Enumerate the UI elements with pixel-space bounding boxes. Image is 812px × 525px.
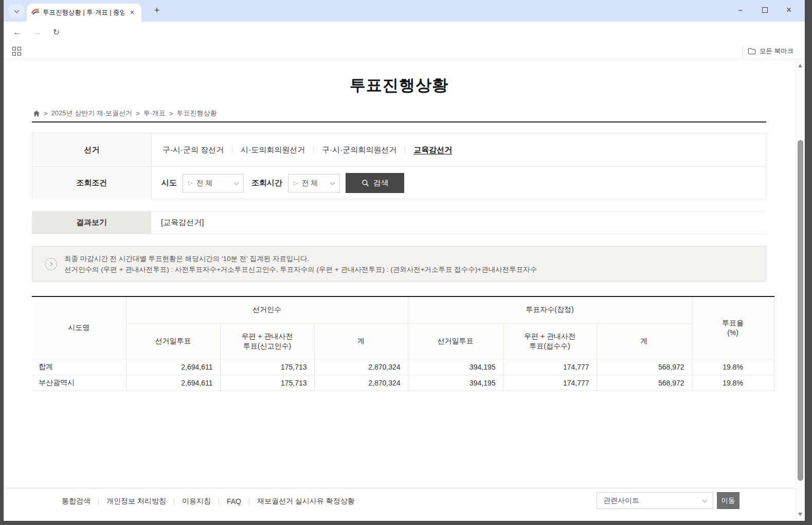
- go-button[interactable]: 이동: [717, 492, 739, 509]
- title-divider: [32, 121, 766, 122]
- apps-grid-icon[interactable]: [12, 47, 21, 56]
- tab-gu-si-gun-mayor[interactable]: 구·시·군의 장선거: [161, 145, 225, 155]
- search-button-label: 검색: [373, 178, 389, 188]
- time-select-value: 전 체: [301, 179, 318, 188]
- footer-link-guideline[interactable]: 이용지침: [182, 497, 211, 506]
- vote-progress-table: 시도명 선거인수 투표자수(잠정) 투표율 (%) 선거일투표 우편 + 관내사…: [32, 296, 774, 391]
- result-row-label: 결과보기: [32, 212, 151, 234]
- election-row-label: 선거: [32, 133, 152, 166]
- col-header-turnout: 투표율 (%): [692, 296, 774, 359]
- sub-header-mail-early-declared: 우편 + 관내사전 투표(신고인수): [220, 323, 314, 359]
- sido-field-label: 시도: [161, 178, 177, 188]
- search-button[interactable]: 검색: [346, 173, 404, 193]
- group-header-voters: 투표자수(잠정): [408, 296, 692, 323]
- option-marker-icon: ▷: [188, 180, 192, 186]
- bookmarks-separator: [743, 46, 743, 56]
- cell-value: 174,777: [503, 359, 597, 375]
- sub-header-electionday2: 선거일투표: [408, 323, 503, 359]
- election-tabs: 구·시·군의 장선거 시·도의회의원선거 구·시·군의회의원선거 교육감선거: [161, 145, 453, 155]
- page-scrollbar[interactable]: [796, 59, 804, 521]
- cell-turnout: 19.8%: [692, 359, 774, 375]
- sub-header-electionday: 선거일투표: [126, 323, 220, 359]
- folder-icon: [748, 47, 756, 55]
- row-name: 부산광역시: [32, 375, 126, 391]
- breadcrumb-sep: >: [169, 110, 173, 117]
- cell-value: 2,694,611: [126, 359, 220, 375]
- breadcrumb: > 2025년 상반기 재·보궐선거 > 투·개표 > 투표진행상황: [33, 109, 217, 118]
- cell-value: 568,972: [597, 375, 692, 391]
- time-field-label: 조회시간: [251, 178, 282, 188]
- sido-select-value: 전 체: [196, 179, 212, 188]
- table-row: 합계 2,694,611 175,713 2,870,324 394,195 1…: [32, 359, 774, 375]
- option-marker-icon: ▷: [294, 180, 298, 186]
- page-content: 투표진행상황 > 2025년 상반기 재·보궐선거 > 투·개표 > 투표진행상…: [4, 59, 796, 521]
- window-minimize-button[interactable]: −: [733, 2, 748, 18]
- back-button[interactable]: ←: [10, 26, 24, 40]
- chevron-down-icon: [702, 497, 708, 502]
- chevron-down-icon: [234, 180, 239, 185]
- footer-link-search[interactable]: 통합검색: [62, 497, 91, 506]
- cell-value: 2,694,611: [126, 375, 220, 391]
- row-name: 합계: [32, 359, 126, 375]
- tab-gu-si-gun-council[interactable]: 구·시·군의회의원선거: [321, 145, 398, 155]
- search-icon: [362, 179, 369, 187]
- result-row-value: [교육감선거]: [151, 212, 766, 234]
- tab-superintendent[interactable]: 교육감선거: [412, 145, 453, 155]
- cell-value: 394,195: [408, 375, 503, 391]
- cell-value: 2,870,324: [314, 359, 408, 375]
- tab-search-button[interactable]: [9, 4, 24, 18]
- footer-links: 통합검색 개인정보 처리방침 이용지침 FAQ 재보궐선거 실시사유 확정상황: [62, 493, 355, 510]
- footer-link-byelection-status[interactable]: 재보궐선거 실시사유 확정상황: [257, 497, 355, 506]
- footer-link-privacy[interactable]: 개인정보 처리방침: [106, 497, 166, 506]
- breadcrumb-sep: >: [44, 110, 48, 117]
- forward-button[interactable]: →: [30, 26, 44, 40]
- reload-button[interactable]: ↻: [49, 26, 63, 40]
- window-close-button[interactable]: ×: [781, 2, 797, 18]
- sub-header-total2: 계: [597, 323, 692, 359]
- chevron-down-icon: [14, 8, 19, 13]
- bookmarks-bar: 모든 북마크: [4, 43, 805, 59]
- election-type-row: 선거 구·시·군의 장선거 시·도의회의원선거 구·시·군의회의원선거 교육감선…: [32, 133, 766, 166]
- new-tab-button[interactable]: +: [150, 4, 164, 18]
- maximize-icon: [762, 7, 768, 13]
- notice-chevron-icon: [45, 258, 57, 270]
- breadcrumb-item[interactable]: 투표진행상황: [177, 109, 217, 118]
- footer-link-faq[interactable]: FAQ: [227, 497, 241, 505]
- cell-value: 175,713: [220, 359, 314, 375]
- breadcrumb-sep: >: [136, 110, 140, 117]
- scrollbar-thumb[interactable]: [798, 140, 803, 481]
- col-header-sido: 시도명: [32, 296, 126, 359]
- browser-toolbar: ← → ↻ 주의 요함 info.nec.go.kr/electioninfo/…: [4, 22, 805, 43]
- condition-row-label: 조회조건: [32, 167, 152, 199]
- tab-sido-council[interactable]: 시·도의회의원선거: [240, 145, 306, 155]
- site-favicon-icon: [31, 8, 40, 18]
- breadcrumb-item[interactable]: 2025년 상반기 재·보궐선거: [51, 109, 132, 118]
- scroll-down-icon[interactable]: [798, 513, 802, 516]
- search-form: 선거 구·시·군의 장선거 시·도의회의원선거 구·시·군의회의원선거 교육감선…: [32, 133, 766, 199]
- related-sites-select[interactable]: 관련사이트: [597, 492, 713, 509]
- sido-select[interactable]: ▷ 전 체: [183, 174, 244, 192]
- home-icon[interactable]: [33, 110, 40, 117]
- cell-turnout: 19.8%: [692, 375, 774, 391]
- sub-header-total: 계: [314, 323, 408, 359]
- notice-line1: 최종 마감시간 전 시간대별 투표현황은 해당시간의 '10분 전' 집계된 자…: [64, 253, 537, 264]
- window-maximize-button[interactable]: [757, 2, 772, 18]
- cell-value: 175,713: [220, 375, 314, 391]
- page-title: 투표진행상황: [32, 75, 766, 96]
- breadcrumb-item[interactable]: 투·개표: [143, 109, 166, 118]
- browser-window: 투표진행상황 | 투·개표 | 중앙선 × + − × ← → ↻ 주의 요함 …: [4, 0, 805, 521]
- table-row: 부산광역시 2,694,611 175,713 2,870,324 394,19…: [32, 375, 774, 391]
- group-header-electors: 선거인수: [126, 296, 408, 323]
- browser-tab[interactable]: 투표진행상황 | 투·개표 | 중앙선 ×: [27, 4, 141, 22]
- tab-close-icon[interactable]: ×: [128, 8, 137, 18]
- all-bookmarks-button[interactable]: 모든 북마크: [748, 47, 793, 56]
- result-row: 결과보기 [교육감선거]: [32, 211, 766, 234]
- scroll-up-icon[interactable]: [798, 64, 802, 67]
- cell-value: 174,777: [503, 375, 597, 391]
- all-bookmarks-label: 모든 북마크: [760, 47, 793, 56]
- cell-value: 2,870,324: [314, 375, 408, 391]
- cell-value: 394,195: [408, 359, 503, 375]
- time-select[interactable]: ▷ 전 체: [288, 174, 340, 192]
- chevron-down-icon: [330, 180, 335, 185]
- notice-box: 최종 마감시간 전 시간대별 투표현황은 해당시간의 '10분 전' 집계된 자…: [32, 246, 766, 282]
